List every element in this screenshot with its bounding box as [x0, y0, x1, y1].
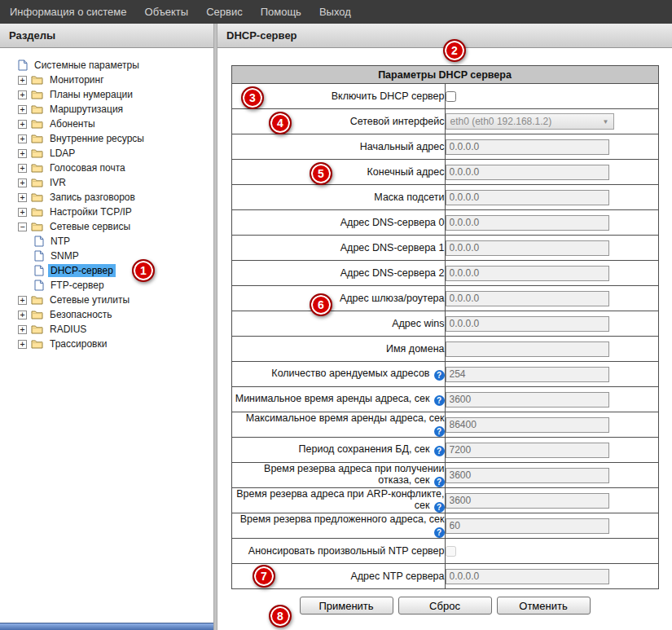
end-address-label-cell: Конечный адрес — [231, 160, 445, 185]
max-lease-time-input[interactable] — [446, 417, 609, 433]
tree-item-snmp[interactable]: SNMP — [0, 249, 213, 263]
decline-reserve-time-value-cell — [445, 463, 658, 488]
action-buttons: ПрименитьСбросОтменить — [217, 597, 672, 615]
menu-item-service[interactable]: Сервис — [206, 6, 243, 18]
decline-reserve-time-input[interactable] — [446, 468, 609, 483]
start-address-input[interactable] — [446, 139, 609, 155]
tree-item-routing[interactable]: +Маршрутизация — [0, 102, 213, 117]
ntp-server-address-input[interactable] — [446, 569, 609, 584]
sidebar: Разделы Системные параметры+Мониторинг+П… — [0, 24, 213, 630]
expand-icon[interactable]: + — [18, 164, 27, 173]
tree-item-label: Системные параметры — [32, 59, 142, 72]
menu-item-system-info[interactable]: Информация о системе — [10, 6, 127, 18]
table-row: Адрес шлюза/роутера — [231, 286, 658, 311]
leased-addresses-count-value-cell — [445, 362, 658, 387]
expand-icon[interactable]: + — [18, 120, 27, 129]
help-icon[interactable]: ? — [434, 477, 445, 487]
end-address-input[interactable] — [446, 165, 609, 180]
dns-server-2-input[interactable] — [446, 266, 609, 281]
apply-button[interactable]: Применить — [300, 597, 393, 615]
start-address-label-cell: Начальный адрес — [231, 134, 445, 160]
offered-address-reserve-time-input[interactable] — [446, 518, 609, 534]
min-lease-time-label-cell: Минимальное время аренды адреса, сек? — [231, 387, 445, 412]
min-lease-time-input[interactable] — [446, 392, 609, 408]
main-panel: DHCP-сервер Параметры DHCP сервера Включ… — [217, 24, 672, 630]
expand-icon[interactable]: + — [18, 105, 27, 114]
expand-icon[interactable]: + — [18, 208, 27, 217]
start-address-value-cell — [445, 134, 658, 160]
tree-item-traces[interactable]: +Трассировки — [0, 337, 213, 351]
arp-conflict-reserve-time-input[interactable] — [446, 493, 609, 509]
expand-icon[interactable]: + — [18, 193, 27, 202]
expand-icon[interactable]: + — [18, 134, 27, 143]
tree-item-ntp[interactable]: NTP — [0, 234, 213, 249]
help-icon[interactable]: ? — [434, 527, 445, 538]
table-header: Параметры DHCP сервера — [231, 66, 658, 84]
folder-icon — [31, 119, 43, 129]
tree-item-monitoring[interactable]: +Мониторинг — [0, 73, 213, 87]
reset-button[interactable]: Сброс — [398, 597, 492, 615]
help-icon[interactable]: ? — [434, 426, 445, 437]
tree-item-radius[interactable]: +RADIUS — [0, 322, 213, 337]
expand-icon[interactable]: + — [18, 90, 27, 99]
dns-server-2-label-cell: Адрес DNS-сервера 2 — [231, 261, 445, 286]
help-icon[interactable]: ? — [434, 370, 445, 381]
gateway-address-label-cell: Адрес шлюза/роутера — [231, 286, 445, 311]
expand-icon[interactable]: + — [18, 76, 27, 85]
tree-item-dhcp-server[interactable]: DHCP-сервер — [0, 263, 213, 278]
tree-item-label: IVR — [47, 176, 68, 189]
doc-icon — [34, 236, 44, 247]
network-interface-select[interactable]: eth0 (eth0 192.168.1.2)▼ — [446, 113, 614, 130]
expand-icon[interactable]: + — [18, 178, 27, 187]
help-icon[interactable]: ? — [434, 395, 445, 406]
expand-icon[interactable]: + — [18, 149, 27, 158]
expand-icon[interactable]: + — [18, 325, 27, 334]
tree-item-call-recording[interactable]: +Запись разговоров — [0, 190, 213, 205]
subnet-mask-value-cell — [445, 185, 658, 210]
menu-item-objects[interactable]: Объекты — [145, 6, 189, 18]
tree-item-security[interactable]: +Безопасность — [0, 307, 213, 322]
menu-item-help[interactable]: Помощь — [261, 6, 301, 18]
tree-item-ivr[interactable]: +IVR — [0, 175, 213, 190]
table-row: Адрес DNS-сервера 2 — [231, 261, 658, 286]
field-label: Адрес DNS-сервера 2 — [340, 267, 445, 279]
wins-address-input[interactable] — [446, 316, 609, 332]
content-area: Разделы Системные параметры+Мониторинг+П… — [0, 24, 672, 630]
leased-addresses-count-input[interactable] — [446, 367, 609, 382]
db-save-period-input[interactable] — [446, 443, 609, 458]
tree-item-ftp-server[interactable]: FTP-сервер — [0, 278, 213, 293]
ntp-server-address-label-cell: Адрес NTP сервера — [231, 564, 445, 589]
help-icon[interactable]: ? — [434, 446, 445, 456]
tree-item-voicemail[interactable]: +Голосовая почта — [0, 161, 213, 175]
tree-item-network-services[interactable]: −Сетевые сервисы — [0, 219, 213, 234]
tree-item-subscribers[interactable]: +Абоненты — [0, 117, 213, 131]
table-row: Адрес wins — [231, 311, 658, 337]
announce-ntp-server-checkbox[interactable] — [446, 546, 456, 557]
cancel-button[interactable]: Отменить — [497, 597, 591, 615]
max-lease-time-value-cell — [445, 412, 658, 438]
tree-item-tcpip-settings[interactable]: +Настройки TCP/IP — [0, 205, 213, 219]
expand-icon[interactable]: + — [18, 311, 27, 319]
tree-item-label: Сетевые сервисы — [47, 220, 133, 233]
gateway-address-input[interactable] — [446, 291, 609, 306]
tree-item-ldap[interactable]: +LDAP — [0, 146, 213, 161]
enable-dhcp-server-checkbox[interactable] — [446, 91, 456, 102]
tree-item-internal-resources[interactable]: +Внутренние ресурсы — [0, 131, 213, 146]
sidebar-title: Разделы — [9, 29, 55, 42]
menubar: Информация о системеОбъектыСервисПомощьВ… — [0, 0, 672, 24]
dns-server-0-input[interactable] — [446, 215, 609, 231]
tree-item-numbering-plans[interactable]: +Планы нумерации — [0, 87, 213, 102]
tree-item-system-parameters[interactable]: Системные параметры — [0, 58, 213, 73]
collapse-icon[interactable]: − — [18, 222, 27, 231]
menu-item-logout[interactable]: Выход — [319, 6, 351, 18]
help-icon[interactable]: ? — [434, 502, 445, 513]
expand-icon[interactable]: + — [18, 340, 27, 349]
tree-item-network-utilities[interactable]: +Сетевые утилиты — [0, 293, 213, 307]
domain-name-input[interactable] — [446, 341, 609, 357]
expand-icon[interactable]: + — [18, 296, 27, 305]
tree-item-label: Абоненты — [47, 117, 98, 130]
dns-server-1-input[interactable] — [446, 240, 609, 256]
table-row: Адрес NTP сервера — [231, 564, 658, 589]
dns-server-1-value-cell — [445, 236, 658, 261]
subnet-mask-input[interactable] — [446, 190, 609, 205]
